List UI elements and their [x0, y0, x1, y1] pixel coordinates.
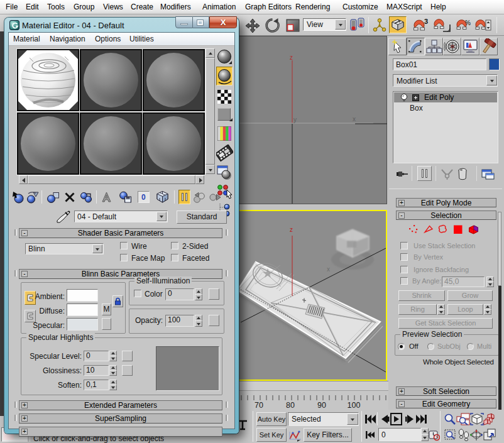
svg-text:90: 90	[317, 401, 326, 410]
svg-text:z: z	[290, 54, 293, 61]
svg-text:x: x	[353, 116, 356, 123]
svg-text:z: z	[290, 226, 293, 233]
svg-text:80: 80	[286, 401, 295, 410]
svg-text:y: y	[293, 116, 297, 123]
svg-text:70: 70	[255, 401, 263, 410]
svg-text:3: 3	[424, 18, 428, 25]
svg-text:x: x	[327, 266, 330, 273]
svg-text:%: %	[465, 19, 471, 26]
svg-text:100: 100	[348, 401, 361, 410]
